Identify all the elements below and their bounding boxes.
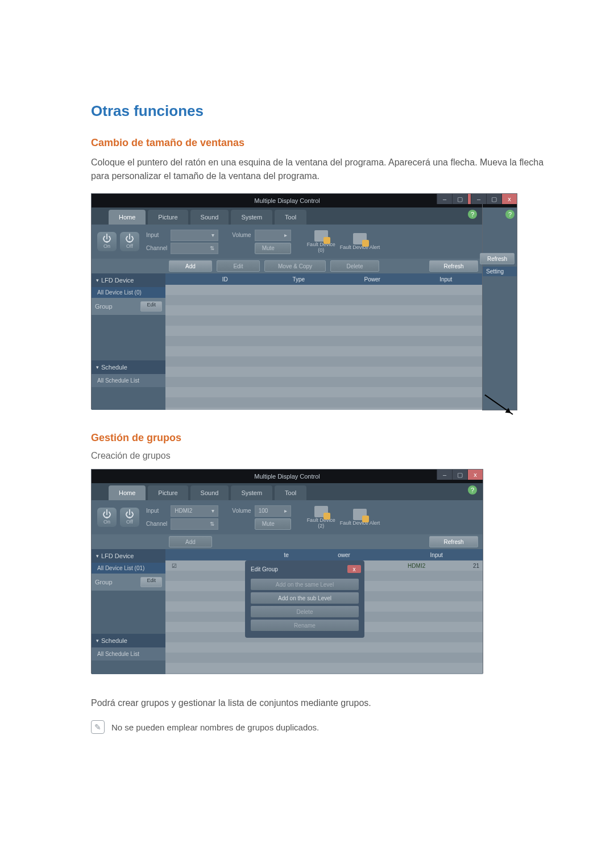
sidebar: LFD Device All Device List (01) Group Ed…: [92, 549, 165, 674]
chevron-right-icon: ▸: [284, 232, 287, 238]
maximize-icon[interactable]: ▢: [452, 470, 467, 480]
sidebar-all-schedule[interactable]: All Schedule List: [92, 374, 165, 387]
tab-picture[interactable]: Picture: [148, 210, 188, 225]
col-input: Input: [409, 273, 483, 285]
input-select[interactable]: ▾: [171, 230, 218, 241]
channel-stepper[interactable]: ⇅: [171, 518, 218, 530]
tab-system[interactable]: System: [231, 485, 272, 500]
chevron-right-icon: ▸: [284, 508, 287, 514]
section-groups-paragraph: Podrá crear grupos y gestionar la lista …: [91, 696, 557, 710]
close-icon[interactable]: x: [501, 194, 517, 204]
help-icon[interactable]: ?: [505, 210, 515, 219]
channel-label: Channel: [146, 521, 167, 527]
group-label: Group: [95, 303, 113, 310]
power-on-button[interactable]: ⏻On: [97, 232, 117, 251]
move-copy-button[interactable]: Move & Copy: [264, 260, 326, 272]
section-resize-heading: Cambio de tamaño de ventanas: [91, 137, 557, 149]
col-setting: Setting: [483, 267, 517, 276]
tab-sound[interactable]: Sound: [190, 210, 229, 225]
section-groups-subheading: Creación de grupos: [91, 451, 557, 461]
chevron-down-icon: ▾: [211, 508, 214, 514]
tab-system[interactable]: System: [231, 210, 272, 225]
power-on-button[interactable]: ⏻On: [97, 508, 117, 527]
sidebar-group-row: Group Edit: [92, 298, 165, 315]
sidebar-all-devices[interactable]: All Device List (01): [92, 563, 165, 574]
col-type: Type: [262, 273, 336, 285]
help-icon[interactable]: ?: [468, 210, 477, 219]
menu-rename[interactable]: Rename: [251, 620, 359, 631]
tab-sound[interactable]: Sound: [190, 485, 229, 500]
chevron-updown-icon: ⇅: [210, 245, 214, 251]
minimize-icon[interactable]: –: [437, 470, 452, 480]
window-titlebar: Multiple Display Control – ▢ x: [92, 470, 483, 483]
chevron-updown-icon: ⇅: [210, 521, 214, 527]
ribbon: ⏻On ⏻Off Input HDMI2▾ Channel ⇅ Volume 1…: [92, 500, 483, 534]
menu-add-sub-level[interactable]: Add on the sub Level: [251, 592, 359, 604]
table-rows: [165, 285, 483, 410]
tab-picture[interactable]: Picture: [148, 485, 188, 500]
col-te: te: [275, 549, 298, 560]
section-resize-paragraph: Coloque el puntero del ratón en una esqu…: [91, 156, 557, 183]
refresh-button[interactable]: Refresh: [429, 260, 478, 272]
tab-home[interactable]: Home: [109, 485, 146, 500]
mute-button[interactable]: Mute: [255, 243, 291, 254]
fault-device-status: Fault Device(2): [307, 506, 335, 529]
window-titlebar: Multiple Display Control – ▢ x: [92, 194, 483, 207]
tab-bar: Home Picture Sound System Tool: [92, 207, 483, 225]
tab-tool[interactable]: Tool: [275, 210, 306, 225]
tab-tool[interactable]: Tool: [275, 485, 306, 500]
volume-value[interactable]: ▸: [255, 230, 291, 241]
section-groups-heading: Gestión de grupos: [91, 432, 557, 444]
action-bar: Add Refresh: [92, 534, 483, 549]
mute-button[interactable]: Mute: [255, 518, 291, 530]
sidebar-section-schedule[interactable]: Schedule: [92, 360, 165, 374]
minimize-icon[interactable]: –: [437, 194, 452, 204]
maximize-icon[interactable]: ▢: [452, 194, 467, 204]
popup-close-button[interactable]: x: [347, 565, 361, 573]
input-label: Input: [146, 232, 167, 238]
group-edit-button[interactable]: Edit: [140, 301, 162, 312]
sidebar-section-lfd[interactable]: LFD Device: [92, 273, 165, 287]
col-id: ID: [188, 273, 262, 285]
fault-device-alert-status: Fault Device Alert: [340, 509, 380, 526]
group-edit-button[interactable]: Edit: [140, 577, 162, 587]
note-duplicate-names: ✎ No se pueden emplear nombres de grupos…: [91, 720, 557, 734]
tab-home[interactable]: Home: [109, 210, 146, 225]
window-title: Multiple Display Control: [254, 473, 320, 480]
refresh-button[interactable]: Refresh: [429, 536, 478, 547]
help-icon[interactable]: ?: [468, 485, 477, 495]
channel-stepper[interactable]: ⇅: [171, 243, 218, 254]
table-header: te ower Input: [165, 549, 483, 560]
main-split: LFD Device All Device List (0) Group Edi…: [92, 273, 483, 410]
power-off-button[interactable]: ⏻Off: [120, 508, 139, 527]
delete-button[interactable]: Delete: [330, 260, 379, 272]
sidebar-section-lfd[interactable]: LFD Device: [92, 549, 165, 563]
window-controls: – ▢ x: [437, 470, 483, 480]
fault-device-status: Fault Device(0): [307, 230, 335, 253]
maximize-icon[interactable]: ▢: [486, 194, 501, 204]
close-icon[interactable]: x: [467, 470, 483, 480]
edit-group-popup: Edit Group x Add on the same Level Add o…: [245, 560, 364, 638]
add-button[interactable]: Add: [169, 536, 212, 547]
sidebar-section-schedule[interactable]: Schedule: [92, 634, 165, 647]
volume-value[interactable]: 100▸: [255, 505, 291, 517]
input-select[interactable]: HDMI2▾: [171, 505, 218, 517]
menu-delete[interactable]: Delete: [251, 606, 359, 617]
menu-add-same-level[interactable]: Add on the same Level: [251, 579, 359, 590]
refresh-button[interactable]: Refresh: [480, 253, 515, 264]
edit-button[interactable]: Edit: [217, 260, 260, 272]
power-off-button[interactable]: ⏻Off: [120, 232, 139, 251]
screenshot-resize: Multiple Display Control – ▢ x ? Home Pi…: [91, 193, 483, 409]
sidebar-all-schedule[interactable]: All Schedule List: [92, 647, 165, 661]
minimize-icon[interactable]: –: [471, 194, 486, 204]
ribbon: ⏻On ⏻Off Input ▾ Channel ⇅ Volume ▸ Mute…: [92, 225, 483, 259]
note-icon: ✎: [91, 720, 105, 734]
volume-label: Volume: [232, 232, 251, 238]
sidebar: LFD Device All Device List (0) Group Edi…: [92, 273, 165, 410]
second-window-preview: – ▢ x ? Refresh Setting: [482, 193, 517, 410]
col-power: Power: [335, 273, 409, 285]
add-button[interactable]: Add: [169, 260, 212, 272]
action-bar: Add Edit Move & Copy Delete Refresh: [92, 259, 483, 273]
sidebar-all-devices[interactable]: All Device List (0): [92, 287, 165, 298]
sidebar-group-row: Group Edit: [92, 574, 165, 591]
